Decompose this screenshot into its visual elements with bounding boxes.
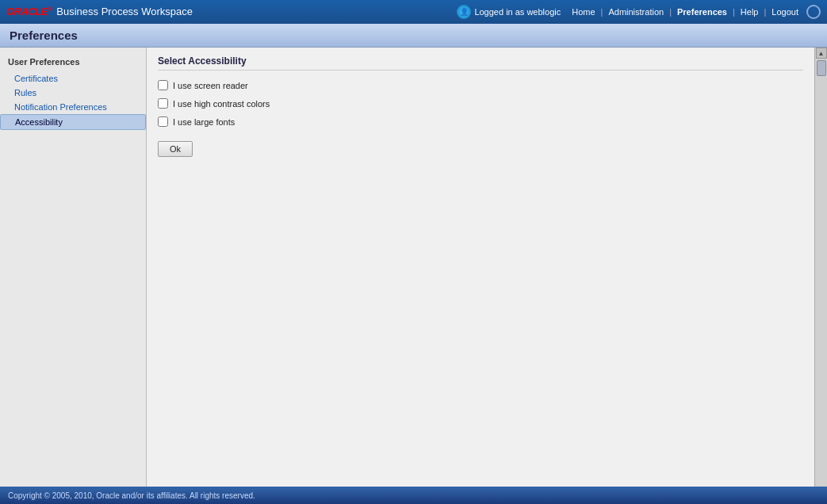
sidebar-section-title: User Preferences	[0, 54, 146, 71]
page-header: Preferences	[0, 24, 827, 48]
section-heading: Select Accessibility	[158, 55, 803, 71]
checkbox-screen-reader-label: I use screen reader	[173, 81, 248, 90]
logged-in-label: Logged in as weblogic	[474, 7, 561, 17]
footer-text: Copyright © 2005, 2010, Oracle and/or it…	[8, 491, 255, 500]
status-circle	[806, 5, 821, 19]
scrollbar-thumb[interactable]	[817, 60, 826, 76]
checkbox-screen-reader[interactable]	[158, 80, 168, 90]
sidebar-item-accessibility[interactable]: Accessibility	[0, 114, 146, 130]
nav-home[interactable]: Home	[569, 6, 598, 18]
page-title: Preferences	[10, 29, 78, 42]
checkbox-row-large-fonts: I use large fonts	[158, 116, 803, 127]
footer: Copyright © 2005, 2010, Oracle and/or it…	[0, 487, 827, 504]
right-scrollbar: ▲	[814, 48, 827, 487]
logged-in-area: 👤 Logged in as weblogic	[457, 5, 561, 19]
oracle-logo: ORACLE®	[6, 6, 52, 17]
checkbox-high-contrast-label: I use high contrast colors	[173, 99, 270, 109]
checkbox-row-screen-reader: I use screen reader	[158, 80, 803, 90]
ok-button[interactable]: Ok	[158, 141, 193, 157]
app-title: Business Process Workspace	[56, 6, 193, 17]
checkbox-large-fonts[interactable]	[158, 116, 168, 127]
scrollbar-up-arrow[interactable]: ▲	[816, 48, 827, 59]
main-wrapper: Preferences User Preferences Certificate…	[0, 24, 827, 487]
nav-help[interactable]: Help	[737, 6, 762, 18]
nav-logout[interactable]: Logout	[768, 6, 802, 18]
sidebar-item-certificates[interactable]: Certificates	[0, 71, 146, 86]
sidebar-item-notification[interactable]: Notification Preferences	[0, 100, 146, 114]
sidebar-bottom	[0, 130, 146, 133]
nav-preferences[interactable]: Preferences	[674, 6, 730, 18]
content-area: User Preferences Certificates Rules Noti…	[0, 48, 827, 487]
user-icon: 👤	[457, 5, 471, 19]
navbar: ORACLE® Business Process Workspace 👤 Log…	[0, 0, 827, 24]
nav-right: 👤 Logged in as weblogic Home | Administr…	[457, 5, 821, 19]
nav-administration[interactable]: Administration	[605, 6, 667, 18]
sidebar-item-rules[interactable]: Rules	[0, 86, 146, 100]
checkbox-row-high-contrast: I use high contrast colors	[158, 98, 803, 109]
checkbox-large-fonts-label: I use large fonts	[173, 117, 235, 127]
checkbox-high-contrast[interactable]	[158, 98, 168, 109]
oracle-logo-area: ORACLE® Business Process Workspace	[6, 6, 193, 17]
main-panel: Select Accessibility I use screen reader…	[147, 48, 814, 487]
sidebar: User Preferences Certificates Rules Noti…	[0, 48, 147, 487]
